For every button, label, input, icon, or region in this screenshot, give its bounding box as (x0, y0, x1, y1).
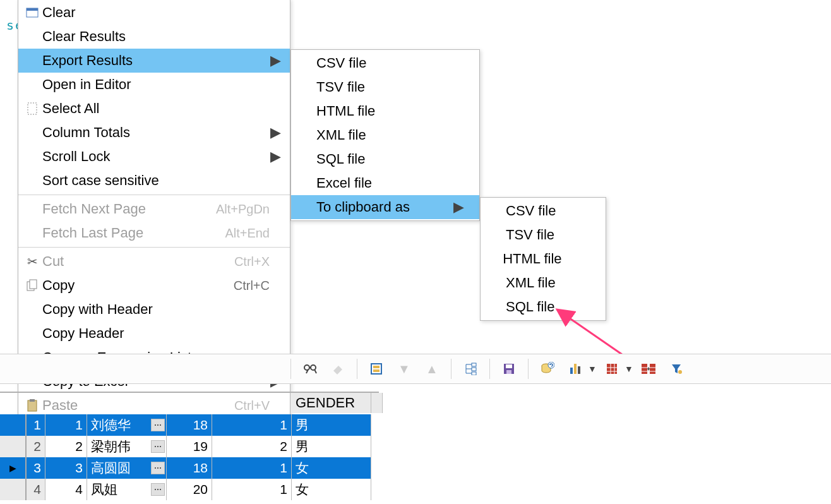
main-menu-item-copy-header[interactable]: Copy Header (18, 321, 290, 345)
svg-rect-34 (607, 364, 617, 374)
eraser-button[interactable] (325, 357, 350, 380)
cell-genderid[interactable]: 1 (212, 414, 292, 436)
menu-item-label: SQL file (506, 299, 554, 315)
row-header[interactable] (0, 479, 27, 500)
main-menu-item-scroll-lock[interactable]: Scroll Lock▶ (18, 145, 290, 169)
export-menu-item-html-file[interactable]: HTML file (291, 99, 479, 123)
submenu-arrow-icon: ▶ (270, 148, 281, 165)
save-button[interactable] (496, 357, 522, 380)
main-menu-item-clear[interactable]: Clear (18, 1, 290, 25)
cell-id[interactable]: 1 (45, 414, 87, 436)
table-row[interactable]: 11刘德华⋯181男 (0, 414, 379, 436)
row-header[interactable] (0, 436, 27, 457)
svg-rect-13 (309, 367, 311, 368)
menu-item-shortcut: Alt+PgDn (216, 202, 270, 217)
svg-point-45 (678, 370, 682, 374)
svg-rect-16 (371, 364, 381, 374)
export-menu-item-csv-file[interactable]: CSV file (291, 51, 479, 75)
export-menu-item-to-clipboard-as[interactable]: To clipboard as▶ (291, 195, 479, 219)
menu-item-label: Open in Editor (42, 76, 131, 93)
svg-rect-33 (578, 366, 580, 374)
cell-gender[interactable]: 男 (292, 436, 371, 457)
menu-item-label: Copy Header (42, 325, 124, 342)
results-toolbar: ▼ ▲ ▼ ▼ (0, 354, 831, 384)
toolbar-separator (290, 359, 291, 379)
scissors-icon: ✂ (22, 254, 42, 269)
cell-name[interactable]: 梁朝伟⋯ (87, 436, 167, 457)
clipboard-menu-item-html-file[interactable]: HTML file (481, 247, 606, 271)
cell-genderid[interactable]: 2 (212, 436, 292, 457)
cell-genderid[interactable]: 1 (212, 479, 292, 500)
cell-age[interactable]: 19 (167, 436, 212, 457)
cell-name[interactable]: 凤姐⋯ (87, 479, 167, 500)
cell-genderid[interactable]: 1 (212, 457, 292, 479)
menu-item-label: XML file (316, 127, 366, 143)
cell-name[interactable]: 高圆圆⋯ (87, 457, 167, 479)
row-header[interactable]: ▶ (0, 457, 27, 479)
cell-age[interactable]: 20 (167, 479, 212, 500)
main-menu-item-column-totals[interactable]: Column Totals▶ (18, 121, 290, 145)
layout-button[interactable] (364, 357, 389, 380)
cell-editor-button[interactable]: ⋯ (151, 419, 165, 431)
chart-dropdown[interactable]: ▼ (588, 364, 597, 374)
grid-red-button[interactable] (599, 357, 625, 380)
clipboard-menu-item-tsv-file[interactable]: TSV file (481, 223, 606, 247)
export-menu-item-xml-file[interactable]: XML file (291, 123, 479, 147)
row-number: 4 (27, 479, 45, 500)
main-menu-item-clear-results[interactable]: Clear Results (18, 25, 290, 49)
cell-gender[interactable]: 女 (292, 479, 371, 500)
cell-editor-button[interactable]: ⋯ (151, 483, 165, 496)
cell-editor-button[interactable]: ⋯ (151, 462, 165, 474)
svg-rect-4 (30, 280, 37, 289)
table-row[interactable]: 22梁朝伟⋯192男 (0, 436, 379, 457)
menu-item-label: Cut (42, 253, 64, 270)
nav-down-button[interactable]: ▼ (392, 357, 417, 380)
svg-rect-2 (28, 103, 37, 114)
toolbar-separator (357, 359, 357, 379)
clipboard-menu-item-sql-file[interactable]: SQL file (481, 295, 606, 319)
clipboard-menu-item-xml-file[interactable]: XML file (481, 271, 606, 295)
table-row[interactable]: ▶33高圆圆⋯181女 (0, 457, 379, 479)
submenu-arrow-icon: ▶ (270, 52, 281, 69)
menu-item-label: Sort case sensitive (42, 172, 159, 189)
main-menu-item-select-all[interactable]: Select All (18, 97, 290, 121)
chart-button[interactable] (563, 357, 588, 380)
menu-item-label: Scroll Lock (42, 148, 111, 165)
main-menu-item-export-results[interactable]: Export Results▶ (18, 49, 290, 73)
filter-button[interactable] (664, 357, 689, 380)
db-refresh-button[interactable] (535, 357, 560, 380)
export-menu-item-excel-file[interactable]: Excel file (291, 171, 479, 195)
main-menu-item-sort-case-sensitive[interactable]: Sort case sensitive (18, 169, 290, 193)
cell-name[interactable]: 刘德华⋯ (87, 414, 167, 436)
grid-red-dropdown[interactable]: ▼ (625, 364, 633, 374)
main-menu-item-fetch-next-page: Fetch Next PageAlt+PgDn (18, 197, 290, 221)
cell-id[interactable]: 3 (45, 457, 87, 479)
svg-rect-40 (650, 364, 655, 374)
menu-item-label: Clear (42, 4, 76, 21)
cell-editor-button[interactable]: ⋯ (151, 440, 165, 453)
cell-age[interactable]: 18 (167, 414, 212, 436)
nav-up-button[interactable]: ▲ (419, 357, 445, 380)
menu-item-label: XML file (506, 275, 556, 291)
main-menu-item-copy[interactable]: CopyCtrl+C (18, 273, 290, 297)
cell-gender[interactable]: 男 (292, 414, 371, 436)
clipboard-menu-item-csv-file[interactable]: CSV file (481, 199, 606, 223)
export-menu-item-sql-file[interactable]: SQL file (291, 147, 479, 171)
menu-item-label: TSV file (316, 79, 365, 95)
cell-age[interactable]: 18 (167, 457, 212, 479)
find-button[interactable] (297, 357, 323, 380)
export-menu-item-tsv-file[interactable]: TSV file (291, 75, 479, 99)
menu-item-shortcut: Alt+End (225, 226, 270, 241)
results-grid: 11刘德华⋯181男22梁朝伟⋯192男▶33高圆圆⋯181女44凤姐⋯201女 (0, 392, 379, 500)
tree-button[interactable] (458, 357, 483, 380)
cell-id[interactable]: 4 (45, 479, 87, 500)
grid-transfer-button[interactable] (636, 357, 661, 380)
table-row[interactable]: 44凤姐⋯201女 (0, 479, 379, 500)
row-header[interactable] (0, 414, 27, 436)
menu-item-label: Copy with Header (42, 301, 153, 318)
cell-gender[interactable]: 女 (292, 457, 371, 479)
cell-id[interactable]: 2 (45, 436, 87, 457)
main-menu-item-open-in-editor[interactable]: Open in Editor (18, 73, 290, 97)
window-icon (22, 8, 42, 18)
main-menu-item-copy-with-header[interactable]: Copy with Header (18, 297, 290, 321)
